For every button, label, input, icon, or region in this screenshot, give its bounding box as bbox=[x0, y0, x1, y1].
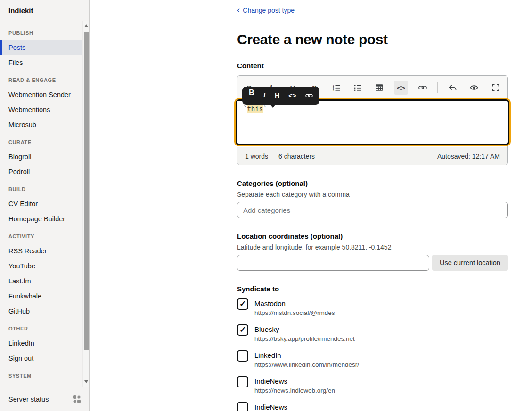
word-count: 1 words bbox=[245, 153, 268, 160]
link-button[interactable] bbox=[416, 81, 430, 95]
sidebar-item-funkwhale[interactable]: Funkwhale bbox=[0, 289, 82, 304]
section-label-curate: CURATE bbox=[0, 135, 82, 149]
floating-heading-button[interactable]: H bbox=[275, 92, 279, 99]
autosave-status: Autosaved: 12:17 AM bbox=[437, 153, 500, 160]
syndication-row-indienews: IndieNews https://news.indieweb.org/en bbox=[237, 376, 508, 394]
syndication-target-name: LinkedIn bbox=[254, 351, 359, 359]
sidebar-item-webmentions[interactable]: Webmentions bbox=[0, 102, 82, 117]
sidebar-item-cv-editor[interactable]: CV Editor bbox=[0, 196, 82, 211]
fullscreen-button[interactable] bbox=[489, 81, 503, 95]
scrollbar-thumb[interactable] bbox=[84, 32, 89, 350]
bluesky-checkbox[interactable] bbox=[237, 324, 248, 336]
table-button[interactable] bbox=[372, 81, 386, 95]
syndicate-to-label: Syndicate to bbox=[237, 285, 508, 293]
syndication-target-name: Bluesky bbox=[254, 325, 355, 333]
sidebar-item-rss-reader[interactable]: RSS Reader bbox=[0, 243, 82, 258]
preview-button[interactable] bbox=[467, 81, 481, 95]
indienews-checkbox[interactable] bbox=[237, 376, 248, 387]
sidebar-scrollbar[interactable] bbox=[82, 21, 89, 387]
categories-label: Categories (optional) bbox=[237, 179, 508, 187]
server-status-label: Server status bbox=[8, 395, 49, 403]
sidebar-item-sign-out[interactable]: Sign out bbox=[0, 351, 82, 366]
floating-bold-button[interactable]: B bbox=[249, 89, 254, 97]
linkedin-checkbox[interactable] bbox=[237, 350, 248, 362]
unordered-list-button[interactable] bbox=[351, 81, 365, 95]
page-title: Create a new note post bbox=[237, 32, 508, 48]
sidebar-item-microsub[interactable]: Microsub bbox=[0, 117, 82, 132]
floating-code-button[interactable]: <> bbox=[288, 92, 296, 99]
syndication-target-name: IndieNews bbox=[254, 377, 335, 385]
floating-link-button[interactable] bbox=[305, 92, 313, 99]
editor-status-bar: 1 words 6 characters Autosaved: 12:17 AM bbox=[237, 147, 507, 165]
back-link-label: Change post type bbox=[243, 7, 295, 14]
section-label-activity: ACTIVITY bbox=[0, 229, 82, 243]
section-label-build: BUILD bbox=[0, 182, 82, 196]
scroll-up-arrow-icon[interactable] bbox=[83, 22, 90, 30]
sidebar-item-webmention-sender[interactable]: Webmention Sender bbox=[0, 87, 82, 102]
sidebar-item-posts[interactable]: Posts bbox=[0, 40, 82, 55]
sidebar-item-podroll[interactable]: Podroll bbox=[0, 164, 82, 179]
link-icon bbox=[305, 92, 313, 99]
undo-button[interactable] bbox=[445, 81, 459, 95]
code-backtick: ` bbox=[263, 105, 267, 113]
categories-hint: Separate each category with a comma bbox=[237, 191, 508, 198]
section-label-read-engage: READ & ENGAGE bbox=[0, 73, 82, 87]
syndication-target-name: Mastodon bbox=[254, 299, 335, 307]
table-icon bbox=[376, 84, 383, 91]
sidebar-item-youtube[interactable]: YouTube bbox=[0, 258, 82, 274]
sidebar-item-homepage-builder[interactable]: Homepage Builder bbox=[0, 211, 82, 226]
scroll-down-arrow-icon[interactable] bbox=[83, 378, 90, 386]
ordered-list-icon: 1 2 3 bbox=[332, 84, 340, 91]
syndication-row-linkedin: LinkedIn https://www.linkedin.com/in/men… bbox=[237, 350, 508, 368]
content-label: Content bbox=[237, 62, 508, 70]
syndication-target-url: https://news.indieweb.org/en bbox=[254, 387, 335, 394]
syndication-row-mastodon: Mastodon https://mstdn.social/@rmdes bbox=[237, 298, 508, 316]
syndication-row-bluesky: Bluesky https://bsky.app/profile/rmendes… bbox=[237, 324, 508, 342]
sidebar-item-github[interactable]: GitHub bbox=[0, 304, 82, 319]
floating-italic-button[interactable]: I bbox=[263, 92, 266, 99]
change-post-type-link[interactable]: Change post type bbox=[237, 7, 295, 14]
indienews-2-checkbox[interactable] bbox=[237, 402, 248, 411]
syndication-target-url: https://www.linkedin.com/in/mendesr/ bbox=[254, 361, 359, 368]
code-highlighted-text: this bbox=[247, 105, 263, 113]
sidebar-item-blogroll[interactable]: Blogroll bbox=[0, 149, 82, 164]
location-hint: Latitude and longitude, for example 50.8… bbox=[237, 243, 508, 251]
syndication-target-name: IndieNews bbox=[254, 403, 287, 411]
mastodon-checkbox[interactable] bbox=[237, 298, 248, 310]
sidebar-item-files[interactable]: Files bbox=[0, 55, 82, 70]
svg-text:3: 3 bbox=[333, 89, 334, 91]
location-label: Location coordinates (optional) bbox=[237, 232, 508, 240]
toolbar-divider bbox=[437, 82, 438, 93]
code-button[interactable]: <> bbox=[394, 81, 408, 95]
sidebar-item-linkedin[interactable]: LinkedIn bbox=[0, 336, 82, 351]
sidebar-nav: PUBLISH Posts Files READ & ENGAGE Webmen… bbox=[0, 21, 89, 387]
content-textarea[interactable]: `this` bbox=[236, 99, 509, 145]
server-status-link[interactable]: Server status bbox=[0, 387, 89, 411]
main-content: Change post type Create a new note post … bbox=[90, 0, 532, 411]
floating-format-toolbar: B I H <> bbox=[242, 87, 319, 105]
back-chevron-icon bbox=[237, 7, 240, 14]
section-label-publish: PUBLISH bbox=[0, 26, 82, 40]
syndication-row-indienews-2: IndieNews bbox=[237, 402, 508, 411]
eye-icon bbox=[470, 84, 478, 91]
link-icon bbox=[418, 84, 427, 91]
server-status-icon bbox=[73, 395, 81, 403]
fullscreen-icon bbox=[492, 84, 499, 91]
section-label-other: OTHER bbox=[0, 322, 82, 336]
section-label-system: SYSTEM bbox=[0, 369, 82, 383]
character-count: 6 characters bbox=[278, 153, 315, 160]
syndication-target-url: https://mstdn.social/@rmdes bbox=[254, 309, 335, 316]
ordered-list-button[interactable]: 1 2 3 bbox=[329, 81, 343, 95]
markdown-editor: B I H ” 1 2 3 bbox=[237, 75, 508, 165]
sidebar-item-lastfm[interactable]: Last.fm bbox=[0, 274, 82, 289]
sidebar: Indiekit PUBLISH Posts Files READ & ENGA… bbox=[0, 0, 90, 411]
syndication-target-url: https://bsky.app/profile/rmendes.net bbox=[254, 335, 355, 342]
undo-icon bbox=[448, 84, 457, 91]
location-input[interactable] bbox=[237, 255, 429, 271]
app-title: Indiekit bbox=[0, 0, 89, 21]
use-current-location-button[interactable]: Use current location bbox=[432, 255, 508, 271]
categories-input[interactable] bbox=[237, 202, 508, 218]
unordered-list-icon bbox=[354, 84, 362, 91]
